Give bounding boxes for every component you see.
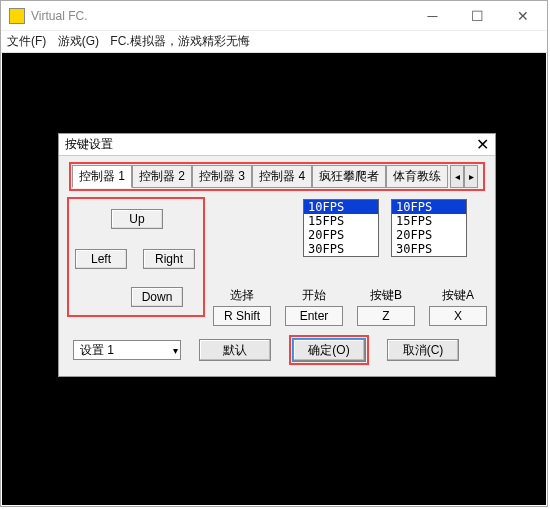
- tab-scroll-right-icon[interactable]: ▸: [464, 165, 478, 188]
- key-settings-dialog: 按键设置 ✕ 控制器 1 控制器 2 控制器 3 控制器 4 疯狂攀爬者 体育教…: [58, 133, 496, 377]
- menu-game[interactable]: 游戏(G): [58, 33, 99, 50]
- fps-listbox-right[interactable]: 10FPS 15FPS 20FPS 30FPS: [391, 199, 467, 257]
- dpad-group: Up Left Right Down: [67, 197, 205, 317]
- dpad-left-button[interactable]: Left: [75, 249, 127, 269]
- titlebar: Virtual FC. ─ ☐ ✕: [1, 1, 547, 31]
- list-item[interactable]: 30FPS: [392, 242, 466, 256]
- menu-about[interactable]: FC.模拟器，游戏精彩无悔: [110, 33, 249, 50]
- list-item[interactable]: 15FPS: [304, 214, 378, 228]
- dialog-body: 控制器 1 控制器 2 控制器 3 控制器 4 疯狂攀爬者 体育教练 ◂ ▸ U…: [59, 156, 495, 376]
- key-bindings-row: 选择 R Shift 开始 Enter 按键B Z 按键A X: [213, 287, 487, 326]
- list-item[interactable]: 15FPS: [392, 214, 466, 228]
- list-item[interactable]: 20FPS: [392, 228, 466, 242]
- close-button[interactable]: ✕: [500, 2, 545, 30]
- dpad-right-button[interactable]: Right: [143, 249, 195, 269]
- start-binding[interactable]: Enter: [285, 306, 343, 326]
- minimize-button[interactable]: ─: [410, 2, 455, 30]
- tab-sports-coach[interactable]: 体育教练: [386, 165, 448, 188]
- ok-highlight: 确定(O): [289, 335, 369, 365]
- dpad-down-button[interactable]: Down: [131, 287, 183, 307]
- fps-listboxes: 10FPS 15FPS 20FPS 30FPS 10FPS 15FPS 20FP…: [303, 199, 467, 257]
- start-label: 开始: [285, 287, 343, 304]
- window-title: Virtual FC.: [31, 9, 410, 23]
- dialog-close-icon[interactable]: ✕: [476, 135, 489, 154]
- list-item[interactable]: 30FPS: [304, 242, 378, 256]
- ok-button[interactable]: 确定(O): [293, 339, 365, 361]
- settings-combo-value: 设置 1: [80, 342, 114, 359]
- list-item[interactable]: 10FPS: [304, 200, 378, 214]
- list-item[interactable]: 20FPS: [304, 228, 378, 242]
- list-item[interactable]: 10FPS: [392, 200, 466, 214]
- maximize-button[interactable]: ☐: [455, 2, 500, 30]
- tab-crazy-climber[interactable]: 疯狂攀爬者: [312, 165, 386, 188]
- dialog-bottom-bar: 设置 1 ▾ 默认 确定(O) 取消(C): [69, 335, 485, 365]
- menubar: 文件(F) 游戏(G) FC.模拟器，游戏精彩无悔: [1, 31, 547, 53]
- dialog-titlebar: 按键设置 ✕: [59, 134, 495, 156]
- button-b-label: 按键B: [357, 287, 415, 304]
- app-icon: [9, 8, 25, 24]
- button-b-binding[interactable]: Z: [357, 306, 415, 326]
- default-button[interactable]: 默认: [199, 339, 271, 361]
- settings-combo[interactable]: 设置 1 ▾: [73, 340, 181, 360]
- tabs-row: 控制器 1 控制器 2 控制器 3 控制器 4 疯狂攀爬者 体育教练 ◂ ▸: [69, 162, 485, 191]
- select-binding[interactable]: R Shift: [213, 306, 271, 326]
- chevron-down-icon: ▾: [173, 345, 178, 356]
- dpad-up-button[interactable]: Up: [111, 209, 163, 229]
- select-label: 选择: [213, 287, 271, 304]
- controls-area: Up Left Right Down 10FPS 15FPS 20FPS 30F…: [69, 197, 485, 329]
- tab-controller-2[interactable]: 控制器 2: [132, 165, 192, 188]
- cancel-button[interactable]: 取消(C): [387, 339, 459, 361]
- tab-controller-1[interactable]: 控制器 1: [72, 165, 132, 188]
- dialog-title: 按键设置: [65, 136, 476, 153]
- tab-scroll-left-icon[interactable]: ◂: [450, 165, 464, 188]
- menu-file[interactable]: 文件(F): [7, 33, 46, 50]
- button-a-binding[interactable]: X: [429, 306, 487, 326]
- tab-controller-3[interactable]: 控制器 3: [192, 165, 252, 188]
- button-a-label: 按键A: [429, 287, 487, 304]
- tab-controller-4[interactable]: 控制器 4: [252, 165, 312, 188]
- fps-listbox-left[interactable]: 10FPS 15FPS 20FPS 30FPS: [303, 199, 379, 257]
- main-window: Virtual FC. ─ ☐ ✕ 文件(F) 游戏(G) FC.模拟器，游戏精…: [0, 0, 548, 507]
